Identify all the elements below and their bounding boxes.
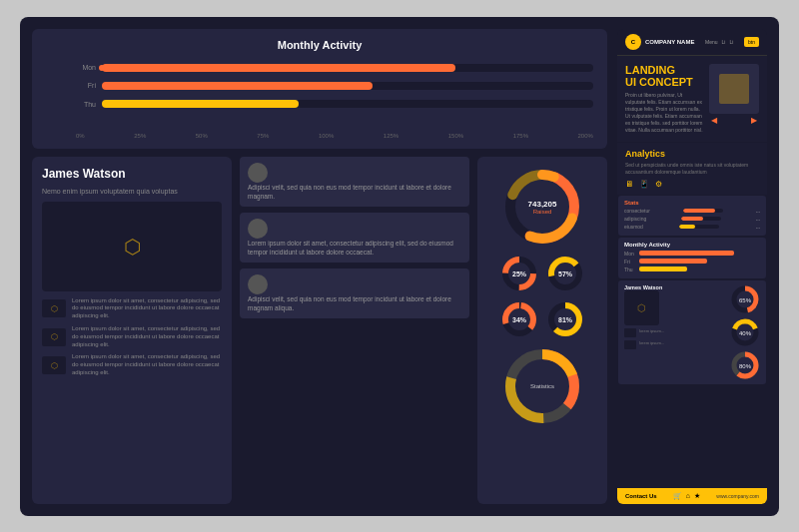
small-donut-2: 57%: [546, 255, 584, 292]
lp-mini-list-item-2: lorem ipsum...: [624, 340, 726, 349]
chart-bar-container-2: [102, 82, 593, 90]
lp-nav-menu[interactable]: Menu: [705, 39, 718, 45]
lp-footer-icon-star: ★: [694, 492, 700, 500]
lp-mini-text-2: lorem ipsum...: [639, 340, 664, 349]
stat-text-3: Adipisci velit, sed quia non eus mod tem…: [248, 294, 461, 312]
lp-mini-bar-row-3: Thu: [624, 266, 760, 272]
lp-next-arrow[interactable]: ▶: [751, 116, 757, 125]
lp-hero: LANDINGUI CONCEPT Proin ut libero pulvin…: [617, 56, 767, 142]
lp-prev-arrow[interactable]: ◀: [711, 116, 717, 125]
lp-mini-bar-3: [639, 266, 687, 271]
x-label-8: 200%: [578, 133, 593, 139]
lp-stat-row-3: eiusmod ...: [624, 224, 760, 230]
chart-bar-1: [102, 64, 455, 72]
lp-hero-right: ◀ ▶: [709, 64, 759, 134]
lp-nav-li2[interactable]: Li: [730, 39, 734, 45]
donuts-section: 743,205 Raised 25%: [477, 157, 607, 504]
bottom-donut: Statistics: [502, 346, 582, 426]
lp-logo-text: COMPANY NAME: [645, 39, 694, 45]
lp-footer: Contact Us 🛒 ⌂ ★ www.company.com: [617, 488, 767, 504]
chart-area: Mon Fri Thu: [46, 59, 593, 129]
profile-list: ⬡ Lorem ipsum dolor sit amet, consectetu…: [42, 297, 222, 377]
lp-profile-mini-img: ⬡: [624, 290, 659, 325]
small-donuts-row-1: 25% 57%: [500, 255, 584, 292]
lp-stat-val-2: ...: [756, 216, 760, 222]
thumb-icon-1: ⬡: [51, 304, 58, 313]
chart-dot-3: [289, 101, 295, 107]
chart-bar-container-1: [102, 64, 593, 72]
lp-profile-mini: James Watson ⬡ lorem ipsum... lorem ipsu…: [618, 280, 766, 384]
lp-mini-bar-label-3: Thu: [624, 266, 636, 272]
big-donut-label: 743,205 Raised: [528, 199, 557, 214]
lp-mini-donut-3: 80%: [730, 350, 760, 380]
small-donut-1: 25%: [500, 255, 538, 292]
svg-text:65%: 65%: [739, 297, 752, 303]
lp-profile-mini-left: James Watson ⬡ lorem ipsum... lorem ipsu…: [624, 284, 726, 380]
lp-nav-arrows: ◀ ▶: [709, 116, 759, 125]
lp-analytics-title: Analytics: [625, 149, 759, 159]
chart-bar-3: [102, 100, 299, 108]
bottom-donut-sub: Statistics: [530, 383, 554, 389]
lp-mini-bar-2: [639, 259, 707, 264]
lp-mini-donut-1: 65%: [730, 284, 760, 314]
lp-nav-li1[interactable]: Li: [722, 39, 726, 45]
chart-row-1: Mon: [76, 64, 593, 72]
lp-hero-subtitle: Proin ut libero pulvinar, Ut vulputate f…: [625, 92, 703, 134]
lp-mini-bar-label-2: Fri: [624, 259, 636, 265]
profile-name: James Watson: [42, 167, 222, 181]
x-label-1: 25%: [134, 133, 146, 139]
list-thumb-3: ⬡: [42, 356, 66, 374]
list-thumb-1: ⬡: [42, 299, 66, 317]
small-donut-3-label: 34%: [512, 315, 526, 322]
chart-title: Monthly Activity: [46, 39, 593, 51]
avatar-3: [248, 274, 268, 294]
lp-icon-settings: ⚙: [655, 180, 662, 189]
lp-mini-text-1: lorem ipsum...: [639, 328, 664, 337]
chart-label-fri: Fri: [76, 82, 96, 89]
lp-logo-circle: C: [625, 34, 641, 50]
thumb-icon-2: ⬡: [51, 332, 58, 341]
stat-block-2: Lorem ipsum dolor sit amet, consectetur …: [240, 213, 469, 263]
avatar-1: [248, 163, 268, 183]
lp-hero-image: [709, 64, 759, 114]
x-label-4: 100%: [319, 133, 334, 139]
lp-donuts-mini: 65% 40% 80%: [730, 284, 760, 380]
list-item-3: ⬡ Lorem ipsum dolor sit amet, consectetu…: [42, 353, 222, 376]
stat-block-1: Adipisci velit, sed quia non eus mod tem…: [240, 157, 469, 207]
x-label-5: 125%: [384, 133, 399, 139]
lp-stat-name-2: adipiscing: [624, 216, 646, 222]
lp-stat-row-1: consectetur ...: [624, 208, 760, 214]
chart-label-thu: Thu: [76, 101, 96, 108]
svg-text:80%: 80%: [739, 363, 752, 369]
lp-mini-bar-label-1: Mon: [624, 251, 636, 257]
chart-dot-1: [99, 65, 105, 71]
lp-stat-fill-2: [681, 217, 703, 221]
middle-section: James Watson Nemo enim ipsum voluptatem …: [32, 157, 607, 504]
big-donut: 743,205 Raised: [502, 167, 582, 247]
chart-bar-container-3: [102, 100, 593, 108]
lp-analytics-icons: 🖥 📱 ⚙: [625, 180, 759, 189]
chart-bar-2: [102, 82, 373, 90]
lp-mini-bar-row-1: Mon: [624, 251, 760, 257]
stat-text-1: Adipisci velit, sed quia non eus mod tem…: [248, 183, 461, 201]
lp-stat-row-2: adipiscing ...: [624, 216, 760, 222]
stats-column: Adipisci velit, sed quia non eus mod tem…: [240, 157, 469, 504]
thumb-icon-3: ⬡: [51, 361, 58, 370]
lp-profile-mini-name: James Watson: [624, 284, 726, 290]
lp-stat-name-3: eiusmod: [624, 224, 643, 230]
lp-header: C COMPANY NAME Menu Li Li btn: [617, 29, 767, 56]
lp-footer-url: www.company.com: [716, 493, 759, 499]
list-text-2: Lorem ipsum dolor sit amet, consectetur …: [72, 325, 222, 348]
lp-icon-desktop: 🖥: [625, 180, 633, 189]
lp-analytics-text: Sed ut perspiciatis unde omnis iste natu…: [625, 162, 759, 176]
chart-label-mon: Mon: [76, 64, 96, 71]
lp-header-button[interactable]: btn: [744, 37, 759, 47]
big-donut-sub: Raised: [528, 208, 557, 214]
small-donut-4: 81%: [546, 300, 584, 338]
lp-footer-icons: 🛒 ⌂ ★: [673, 492, 700, 500]
x-label-0: 0%: [76, 133, 85, 139]
stat-text-2: Lorem ipsum dolor sit amet, consectetur …: [248, 239, 461, 257]
profile-image: ⬡: [42, 202, 222, 291]
lp-stat-fill-1: [683, 209, 715, 213]
lp-stats-title: Stats: [624, 200, 760, 206]
